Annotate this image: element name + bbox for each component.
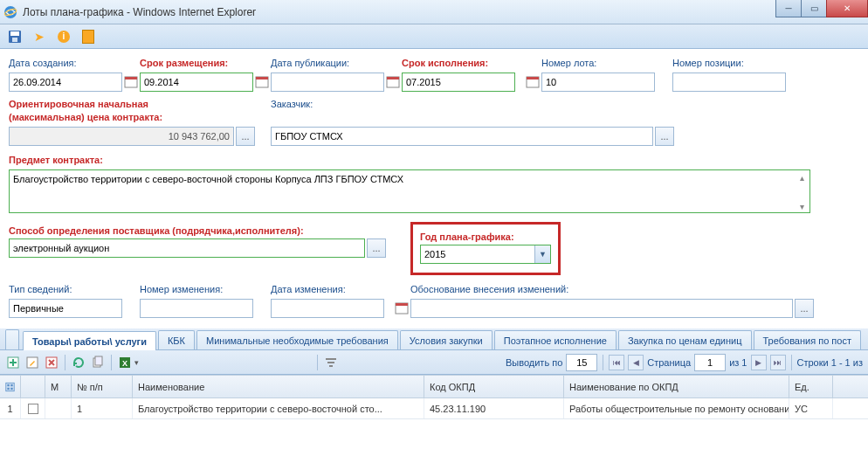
info-type-input[interactable]	[9, 299, 122, 318]
grid-cell-idx: 1	[0, 398, 21, 418]
grid-header-ed[interactable]: Ед.	[789, 376, 833, 397]
svg-rect-22	[326, 358, 336, 360]
svg-rect-4	[12, 38, 17, 42]
label-create-date: Дата создания:	[9, 54, 140, 68]
rows-label: Строки 1 - 1 из	[797, 357, 864, 368]
page-next-button[interactable]: ▶	[751, 355, 767, 370]
grid-header-np[interactable]: № п/п	[72, 376, 133, 397]
label-publish-date: Дата публикации:	[271, 54, 402, 68]
grid-refresh-button[interactable]	[71, 355, 86, 370]
save-button[interactable]	[5, 27, 24, 46]
exit-button[interactable]	[79, 27, 98, 46]
label-price-1: Ориентировочная начальная	[9, 95, 271, 109]
grid-filter-button[interactable]	[323, 355, 339, 370]
forward-button[interactable]: ➤	[30, 27, 49, 46]
window-titlebar: Лоты плана-графика - Windows Internet Ex…	[0, 0, 868, 24]
svg-rect-26	[7, 384, 9, 385]
tab-supplier-req[interactable]: Требования по пост	[754, 330, 861, 349]
customer-pick-button[interactable]: ...	[655, 127, 674, 146]
svg-rect-24	[329, 365, 333, 367]
tab-goods[interactable]: Товары\ работы\ услуги	[23, 331, 156, 350]
customer-input[interactable]	[271, 127, 653, 146]
publish-date-input[interactable]	[271, 73, 384, 92]
chevron-down-icon[interactable]: ▾	[134, 358, 139, 367]
create-date-input[interactable]	[9, 73, 122, 92]
checkbox-icon[interactable]	[28, 404, 38, 414]
svg-text:X: X	[122, 359, 127, 368]
grid-header-okname[interactable]: Наименование по ОКПД	[564, 376, 789, 397]
label-placement-date: Срок размещения:	[140, 54, 271, 68]
grid-header-select[interactable]	[0, 376, 21, 397]
tab-conditions[interactable]: Условия закупки	[400, 330, 493, 349]
lot-number-input[interactable]	[541, 73, 655, 92]
textarea-scrollbar[interactable]: ▴▾	[795, 173, 809, 211]
minimize-button[interactable]: ─	[775, 0, 802, 17]
svg-rect-14	[396, 303, 408, 306]
grid-export-button[interactable]: X	[117, 355, 133, 370]
plan-year-select[interactable]	[420, 245, 551, 264]
grid-cell-okname: Работы общестроительные по ремонту основ…	[564, 398, 789, 418]
svg-rect-10	[387, 77, 399, 79]
tab-unit-price[interactable]: Закупка по ценам единиц	[618, 330, 752, 349]
chevron-down-icon[interactable]: ▼	[534, 245, 550, 263]
grid-row[interactable]: 1 1 Благоустройство территории с северо-…	[0, 398, 868, 419]
grid-header-okpd[interactable]: Код ОКПД	[424, 376, 564, 397]
svg-rect-3	[10, 31, 19, 36]
tab-kbk[interactable]: КБК	[158, 330, 195, 349]
exec-date-input[interactable]	[402, 73, 515, 92]
tabstrip: Товары\ работы\ услуги КБК Минимальные н…	[0, 328, 868, 350]
close-button[interactable]: ✕	[826, 0, 868, 17]
subject-textarea[interactable]	[9, 169, 810, 213]
calendar-icon[interactable]	[526, 75, 540, 89]
per-page-input[interactable]	[566, 354, 597, 371]
grid-edit-button[interactable]	[24, 355, 40, 370]
tab-staged[interactable]: Поэтапное исполнение	[494, 330, 617, 349]
page-prev-button[interactable]: ◀	[628, 355, 644, 370]
price-pick-button[interactable]: ...	[236, 127, 255, 146]
grid-header-check	[21, 376, 45, 397]
pos-number-input[interactable]	[672, 73, 786, 92]
grid-delete-button[interactable]	[44, 355, 59, 370]
change-date-input[interactable]	[271, 299, 384, 318]
grid: М № п/п Наименование Код ОКПД Наименован…	[0, 375, 868, 419]
label-subject: Предмет контракта:	[9, 151, 103, 165]
grid-header-m[interactable]: М	[45, 376, 72, 397]
tab-min-req[interactable]: Минимальные необходимые требования	[196, 330, 398, 349]
per-page-label: Выводить по	[506, 357, 562, 368]
method-pick-button[interactable]: ...	[367, 238, 386, 258]
calendar-icon[interactable]	[395, 301, 409, 315]
page-input[interactable]	[694, 354, 726, 371]
info-button[interactable]: i	[54, 27, 73, 46]
price-input	[9, 127, 234, 146]
plan-year-highlight: Год плана-графика: ▼	[410, 222, 561, 275]
grid-icon	[5, 381, 15, 393]
label-customer: Заказчик:	[271, 95, 795, 109]
page-first-button[interactable]: ⏮	[609, 355, 624, 370]
calendar-icon[interactable]	[255, 75, 269, 89]
grid-cell-np: 1	[72, 398, 133, 418]
label-plan-year: Год плана-графика:	[420, 228, 551, 242]
grid-copy-button[interactable]	[90, 355, 106, 370]
grid-toolbar: X ▾ Выводить по ⏮ ◀ Страница из 1 ▶ ⏭ Ст…	[0, 350, 868, 375]
maximize-button[interactable]: ▭	[801, 0, 827, 17]
window-title: Лоты плана-графика - Windows Internet Ex…	[23, 6, 256, 18]
change-reason-input[interactable]	[410, 299, 793, 318]
calendar-icon[interactable]	[124, 75, 138, 89]
page-label: Страница	[647, 357, 691, 368]
svg-rect-6	[125, 77, 137, 79]
placement-date-input[interactable]	[140, 73, 253, 92]
window-controls: ─ ▭ ✕	[776, 0, 868, 17]
grid-add-button[interactable]	[5, 355, 21, 370]
svg-rect-28	[7, 387, 9, 389]
label-lot-number: Номер лота:	[541, 54, 672, 68]
page-last-button[interactable]: ⏭	[770, 355, 786, 370]
method-input[interactable]	[9, 238, 365, 258]
grid-cell-checkbox[interactable]	[21, 398, 45, 418]
grid-header-name[interactable]: Наименование	[133, 376, 424, 397]
change-reason-pick-button[interactable]: ...	[795, 299, 814, 318]
svg-rect-27	[10, 384, 12, 385]
calendar-icon[interactable]	[386, 75, 400, 89]
change-number-input[interactable]	[140, 299, 253, 318]
label-method: Способ определения поставщика (подрядчик…	[9, 222, 410, 236]
label-info-type: Тип сведений:	[9, 280, 140, 294]
